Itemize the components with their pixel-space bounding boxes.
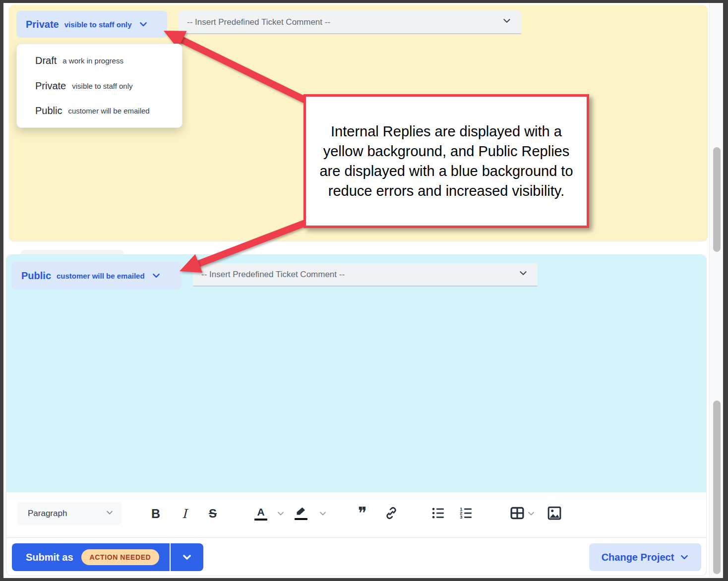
submit-label: Submit as [26, 552, 73, 563]
annotation-callout: Internal Replies are displayed with a ye… [303, 94, 589, 228]
italic-icon: I [182, 507, 187, 521]
visibility-label: Public [21, 270, 51, 282]
chevron-down-icon [182, 552, 192, 563]
scrollbar-thumb-page[interactable] [713, 401, 721, 574]
submit-options-button[interactable] [171, 543, 203, 571]
change-project-label: Change Project [602, 552, 674, 563]
menu-item-private[interactable]: Private visible to staff only [17, 73, 182, 99]
chevron-down-icon [680, 553, 689, 562]
public-reply-editor[interactable]: Public customer will be emailed -- Inser… [6, 255, 706, 492]
image-icon [547, 506, 562, 521]
scrollbar-thumb-internal[interactable] [713, 147, 721, 252]
insert-image-button[interactable] [546, 505, 563, 522]
visibility-description: customer will be emailed [57, 272, 145, 280]
predefined-comment-placeholder: -- Insert Predefined Ticket Comment -- [187, 17, 330, 27]
menu-item-public[interactable]: Public customer will be emailed [17, 98, 182, 123]
ticket-reply-screen: Private visible to staff only -- Insert … [0, 0, 728, 581]
menu-item-label: Draft [35, 55, 57, 66]
chevron-down-icon [527, 510, 535, 518]
numbered-list-icon: 1 2 3 [459, 506, 473, 520]
highlight-button[interactable] [293, 504, 309, 522]
visibility-menu: Draft a work in progress Private visible… [16, 44, 182, 128]
chevron-down-icon [106, 509, 114, 519]
change-project-button[interactable]: Change Project [589, 543, 701, 571]
highlight-menu-button[interactable] [318, 509, 328, 519]
menu-item-draft[interactable]: Draft a work in progress [17, 48, 182, 73]
italic-button[interactable]: I [178, 505, 191, 522]
status-badge: ACTION NEEDED [81, 549, 160, 565]
visibility-label: Private [26, 19, 59, 30]
chevron-down-icon [277, 510, 285, 518]
chevron-down-icon [152, 271, 161, 280]
chevron-down-icon [319, 510, 327, 518]
bullet-list-button[interactable] [430, 505, 446, 521]
blockquote-icon: ❞ [358, 506, 367, 521]
bold-button[interactable]: B [148, 505, 163, 522]
scrollbar-track[interactable] [709, 2, 723, 578]
predefined-comment-select[interactable]: -- Insert Predefined Ticket Comment -- [179, 11, 521, 34]
menu-item-description: visible to staff only [72, 82, 132, 90]
visibility-description: visible to staff only [64, 20, 132, 29]
predefined-comment-placeholder: -- Insert Predefined Ticket Comment -- [201, 270, 345, 280]
menu-item-label: Private [35, 80, 66, 92]
menu-item-label: Public [35, 105, 62, 116]
bullet-list-icon [431, 506, 445, 520]
footer-divider [6, 537, 706, 538]
paragraph-style-label: Paragraph [28, 509, 67, 519]
table-icon [510, 506, 525, 521]
menu-item-description: customer will be emailed [68, 107, 149, 115]
visibility-selector-public[interactable]: Public customer will be emailed [11, 262, 182, 290]
link-icon [384, 506, 398, 520]
chevron-down-icon [502, 16, 511, 28]
highlight-icon [295, 507, 307, 520]
visibility-selector-private[interactable]: Private visible to staff only [16, 11, 167, 38]
clipped-paragraph-select [21, 250, 124, 254]
table-menu-button[interactable] [526, 509, 536, 519]
annotation-text: Internal Replies are displayed with a ye… [317, 121, 576, 201]
table-button[interactable] [509, 505, 526, 522]
bold-icon: B [151, 507, 160, 521]
link-button[interactable] [383, 505, 399, 521]
submit-button[interactable]: Submit as ACTION NEEDED [12, 543, 170, 571]
numbered-list-button[interactable]: 1 2 3 [458, 505, 474, 521]
strikethrough-button[interactable]: S [205, 505, 220, 522]
chevron-down-icon [139, 20, 148, 29]
text-color-button[interactable]: A [253, 505, 268, 522]
text-color-icon: A [254, 507, 267, 521]
predefined-comment-select[interactable]: -- Insert Predefined Ticket Comment -- [193, 263, 538, 287]
strikethrough-icon: S [209, 507, 217, 521]
chevron-down-icon [519, 269, 528, 280]
menu-item-description: a work in progress [62, 57, 123, 65]
blockquote-button[interactable]: ❞ [354, 504, 371, 522]
svg-text:3: 3 [460, 515, 462, 520]
public-reply-card: Public customer will be emailed -- Inser… [6, 254, 707, 576]
text-color-menu-button[interactable] [276, 509, 286, 519]
paragraph-style-select[interactable]: Paragraph [17, 502, 121, 525]
